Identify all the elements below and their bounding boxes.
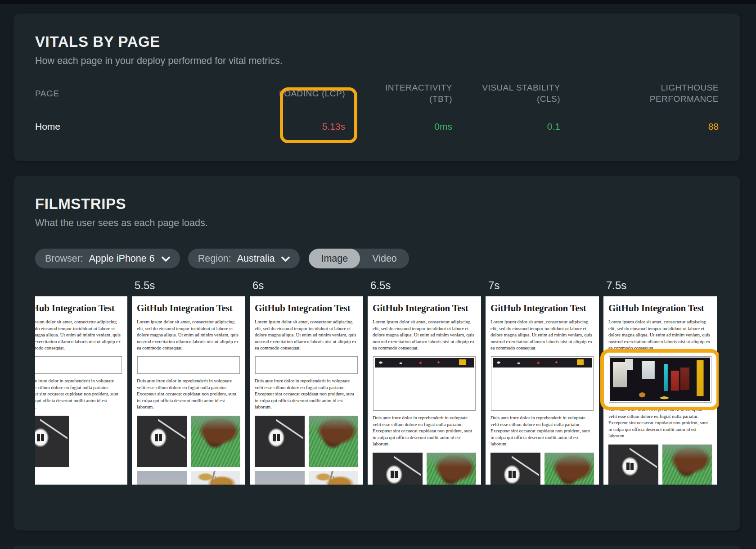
snapshot-banner-box xyxy=(491,356,594,411)
snapshot-banner-box xyxy=(609,356,711,403)
filmstrip-timestamp: 6.5s xyxy=(368,278,481,296)
snapshot-paragraph: Lorem ipsum dolor sit amet, consectetur … xyxy=(490,319,594,352)
cls-value-cell: 0.1 xyxy=(452,111,560,142)
filmstrips-card-title: FILMSTRIPS xyxy=(35,195,719,213)
snapshot-image-grid xyxy=(490,453,594,485)
cow-photo xyxy=(191,416,241,467)
snapshot-paragraph: Duis aute irure dolor in reprehenderit i… xyxy=(373,415,476,448)
top-bar xyxy=(0,0,756,4)
snapshot-banner-box xyxy=(35,356,122,374)
filmstrip-controls: Browser: Apple iPhone 6 Region: Australi… xyxy=(35,249,719,268)
filmstrip-frame: 6s GitHub Integration Test Lorem ipsum d… xyxy=(250,278,363,485)
snapshot-heading: GitHub Integration Test xyxy=(608,303,712,314)
browser-dropdown-value: Apple iPhone 6 xyxy=(89,253,155,264)
snapshot-paragraph: Lorem ipsum dolor sit amet, consectetur … xyxy=(255,319,358,352)
cow-photo xyxy=(427,453,477,485)
cow-photo xyxy=(544,453,594,485)
page-snapshot: GitHub Integration Test Lorem ipsum dolo… xyxy=(250,296,363,485)
cave-photo xyxy=(608,445,658,485)
filmstrip-frame: 7.5s GitHub Integration Test Lorem ipsum… xyxy=(603,278,717,485)
snapshot-paragraph: Lorem ipsum dolor sit amet, consectetur … xyxy=(137,319,240,352)
bicycle-photo xyxy=(309,471,359,485)
tbt-value-cell: 0ms xyxy=(345,111,452,142)
page-snapshot: GitHub Integration Test Lorem ipsum dolo… xyxy=(368,296,481,485)
page-content: VITALS BY PAGE How each page in your dep… xyxy=(0,4,756,549)
page-name-cell: Home xyxy=(35,111,247,142)
snapshot-paragraph: Duis aute irure dolor in reprehenderit i… xyxy=(137,378,240,411)
filmstrips-card-subtitle: What the user sees as each page loads. xyxy=(35,218,719,229)
snapshot-heading: GitHub Integration Test xyxy=(35,303,122,314)
column-header-tbt: INTERACTIVITY (TBT) xyxy=(345,77,452,111)
page-snapshot: GitHub Integration Test Lorem ipsum dolo… xyxy=(132,296,245,485)
snapshot-paragraph: Duis aute irure dolor in reprehenderit i… xyxy=(608,407,712,440)
cave-photo xyxy=(137,416,187,467)
column-header-cls: VISUAL STABILITY (CLS) xyxy=(452,77,560,111)
snapshot-image-grid xyxy=(373,453,476,485)
page-snapshot: GitHub Integration Test Lorem ipsum dolo… xyxy=(35,296,127,485)
snapshot-paragraph: Lorem ipsum dolor sit amet, consectetur … xyxy=(373,319,476,352)
cave-photo xyxy=(35,416,69,467)
media-toggle: Image Video xyxy=(309,249,409,268)
table-row: Home 5.13s 0ms 0.1 88 xyxy=(35,111,719,142)
cow-photo xyxy=(662,445,712,485)
filmstrip-timestamp: 6s xyxy=(250,278,363,296)
snapshot-image-grid xyxy=(255,416,358,485)
snapshot-banner-box xyxy=(137,356,240,374)
cow-photo xyxy=(309,416,359,467)
snapshot-paragraph: Duis aute irure dolor in reprehenderit i… xyxy=(255,378,358,411)
column-header-lcp: LOADING (LCP) xyxy=(247,77,345,111)
snapshot-image-grid xyxy=(608,445,712,485)
vitals-card-title: VITALS BY PAGE xyxy=(35,33,719,50)
column-header-page: PAGE xyxy=(35,77,247,111)
next-card-peek xyxy=(14,546,740,549)
region-dropdown-label: Region: xyxy=(198,253,231,264)
banner-partial-image xyxy=(493,358,592,368)
filmstrip: GitHub Integration Test Lorem ipsum dolo… xyxy=(35,278,719,485)
filmstrips-card: FILMSTRIPS What the user sees as each pa… xyxy=(14,176,740,531)
banner-partial-image xyxy=(375,358,474,368)
snapshot-image-grid xyxy=(137,416,240,485)
snapshot-heading: GitHub Integration Test xyxy=(137,303,240,314)
region-dropdown[interactable]: Region: Australia xyxy=(188,249,300,268)
toggle-option-video[interactable]: Video xyxy=(360,249,409,268)
browser-dropdown[interactable]: Browser: Apple iPhone 6 xyxy=(35,249,180,268)
snapshot-heading: GitHub Integration Test xyxy=(373,303,476,314)
sunset-photo xyxy=(255,471,305,485)
lcp-value-cell: 5.13s xyxy=(247,111,345,142)
snapshot-banner-box xyxy=(255,356,358,374)
browser-dropdown-label: Browser: xyxy=(45,253,83,264)
filmstrip-frame: 6.5s GitHub Integration Test Lorem ipsum… xyxy=(368,278,481,485)
filmstrip-timestamp: 7s xyxy=(486,278,599,296)
filmstrip-timestamp xyxy=(35,278,127,296)
bicycle-photo xyxy=(191,471,241,485)
column-header-lighthouse: LIGHTHOUSE PERFORMANCE xyxy=(560,77,719,111)
region-dropdown-value: Australia xyxy=(237,253,275,264)
filmstrip-timestamp: 7.5s xyxy=(603,278,717,296)
vitals-card-subtitle: How each page in your deploy performed f… xyxy=(35,55,719,67)
filmstrip-frame: GitHub Integration Test Lorem ipsum dolo… xyxy=(35,278,127,485)
toggle-option-image[interactable]: Image xyxy=(309,249,360,268)
sunset-photo xyxy=(137,471,187,485)
snapshot-heading: GitHub Integration Test xyxy=(490,303,594,314)
filmstrip-frame: 7s GitHub Integration Test Lorem ipsum d… xyxy=(486,278,599,485)
vitals-table: PAGE LOADING (LCP) INTERACTIVITY (TBT) V… xyxy=(35,77,719,142)
snapshot-image-grid xyxy=(35,416,122,485)
snapshot-paragraph: Lorem ipsum dolor sit amet, consectetur … xyxy=(35,319,122,352)
filmstrip-timestamp: 5.5s xyxy=(132,278,245,296)
snapshot-heading: GitHub Integration Test xyxy=(255,303,358,314)
page-snapshot: GitHub Integration Test Lorem ipsum dolo… xyxy=(603,296,717,485)
vitals-by-page-card: VITALS BY PAGE How each page in your dep… xyxy=(14,14,740,161)
snapshot-banner-box xyxy=(373,356,476,411)
snapshot-paragraph: Duis aute irure dolor in reprehenderit i… xyxy=(35,378,122,411)
vitals-header-row: PAGE LOADING (LCP) INTERACTIVITY (TBT) V… xyxy=(35,77,719,111)
cave-photo xyxy=(373,453,423,485)
snapshot-paragraph: Lorem ipsum dolor sit amet, consectetur … xyxy=(608,319,712,352)
filmstrip-frame: 5.5s GitHub Integration Test Lorem ipsum… xyxy=(132,278,245,485)
chevron-down-icon xyxy=(162,256,170,262)
snapshot-paragraph: Duis aute irure dolor in reprehenderit i… xyxy=(490,415,594,448)
cave-photo xyxy=(255,416,305,467)
lighthouse-value-cell: 88 xyxy=(560,111,719,142)
chevron-down-icon xyxy=(281,256,290,262)
cave-photo xyxy=(490,453,540,485)
times-square-banner-image xyxy=(610,358,710,401)
